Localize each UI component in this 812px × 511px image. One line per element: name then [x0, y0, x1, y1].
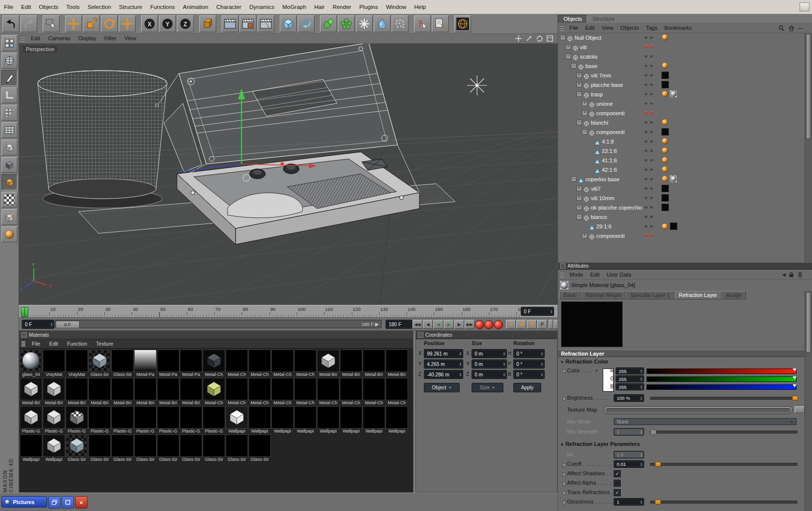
- menu-dynamics[interactable]: Dynamics: [245, 0, 278, 14]
- material-tag-icon[interactable]: [661, 90, 668, 97]
- current-frame-field[interactable]: 0 F▲▼: [521, 307, 554, 316]
- context-help-button[interactable]: ?: [414, 15, 431, 32]
- add-deformer-button[interactable]: [356, 15, 373, 32]
- scale-tool-button[interactable]: [83, 15, 100, 32]
- tree-item-componenti[interactable]: +componenti: [558, 231, 806, 240]
- tree-item-viti-7mm[interactable]: +viti 7mm: [558, 71, 806, 80]
- anim-dot[interactable]: [562, 491, 566, 495]
- transparency-tag-icon[interactable]: [670, 175, 677, 182]
- timeline-scrub-handle[interactable]: 0 F: [56, 321, 80, 328]
- object-name[interactable]: bianco: [591, 214, 607, 220]
- param-checkbox[interactable]: ✓: [614, 489, 621, 496]
- drag-grip[interactable]: [21, 36, 25, 42]
- coord-position-x-field[interactable]: 99.261 m▲▼: [424, 349, 463, 358]
- rotate-view-icon[interactable]: [536, 35, 543, 42]
- points-mode-button[interactable]: [1, 105, 17, 121]
- visibility-dots[interactable]: [645, 111, 653, 114]
- material-tile[interactable]: Glass-Sir: [180, 435, 202, 462]
- param-value-field[interactable]: 0.01▲▼: [614, 460, 644, 468]
- menu-file[interactable]: File: [0, 0, 17, 14]
- material-preview[interactable]: [561, 301, 623, 347]
- material-tile[interactable]: Plastic-G: [180, 406, 202, 434]
- viewport-canvas[interactable]: Y X Z: [19, 44, 558, 305]
- anim-dot[interactable]: [562, 472, 566, 476]
- visibility-dots[interactable]: [645, 149, 653, 152]
- menu-window[interactable]: Window: [382, 0, 410, 14]
- tree-item-placche-base[interactable]: +placche base: [558, 80, 806, 89]
- menu-help[interactable]: Help: [410, 0, 430, 14]
- maximize-window-button[interactable]: [62, 496, 74, 509]
- size-button[interactable]: Size▼: [472, 383, 503, 392]
- wire-basket-object[interactable]: [38, 71, 167, 208]
- anim-dot[interactable]: [562, 501, 566, 505]
- material-tile[interactable]: Plastic-G: [111, 406, 134, 434]
- record-active-objects-button[interactable]: ■: [516, 320, 526, 329]
- material-tile[interactable]: Metal-Ch: [248, 350, 271, 377]
- menu-mograph[interactable]: MoGraph: [278, 0, 310, 14]
- tree-item-41-1-6[interactable]: 41:1:6: [558, 155, 806, 165]
- material-tile[interactable]: Metal-Bri: [157, 378, 179, 406]
- material-tile[interactable]: Wallpapi: [363, 406, 385, 434]
- attr-tab-specular-layer-1[interactable]: Specular Layer 1: [626, 291, 674, 299]
- pan-view-icon[interactable]: [515, 35, 522, 42]
- brightness-slider[interactable]: [650, 397, 798, 400]
- coordinate-system-button[interactable]: [199, 15, 216, 32]
- add-particles-button[interactable]: [392, 15, 408, 32]
- object-manager-menu-bookmarks[interactable]: Bookmarks: [661, 25, 695, 31]
- visibility-dots[interactable]: [645, 177, 653, 180]
- tree-scrollbar-thumb[interactable]: [806, 34, 811, 139]
- add-primitive-button[interactable]: [280, 15, 297, 32]
- material-tile[interactable]: Metal-Pa: [134, 350, 157, 377]
- drag-grip[interactable]: [560, 272, 564, 278]
- render-view-button[interactable]: [222, 15, 239, 32]
- viewport-menu-filter[interactable]: Filter: [100, 34, 120, 43]
- visibility-dots[interactable]: [645, 83, 653, 86]
- mini-button-a[interactable]: [549, 320, 553, 329]
- visibility-dots[interactable]: [645, 140, 653, 143]
- collapse-toggle[interactable]: −: [566, 54, 571, 59]
- texture-tag-icon[interactable]: [661, 81, 669, 88]
- model-mode-button[interactable]: [1, 53, 17, 69]
- material-tile[interactable]: Metal-Ch: [294, 350, 317, 377]
- coord-rotation-h-field[interactable]: 0 °▲▼: [513, 349, 545, 358]
- texture-tag-icon[interactable]: [661, 185, 669, 192]
- material-tag-icon[interactable]: [661, 175, 668, 182]
- tree-item-componenti[interactable]: −componenti: [558, 127, 806, 137]
- object-name[interactable]: viti: [580, 44, 586, 50]
- material-tile[interactable]: Metal-Pa: [157, 350, 179, 377]
- record-position-button[interactable]: [475, 320, 484, 329]
- menu-objects[interactable]: Objects: [35, 0, 62, 14]
- material-tile[interactable]: Metal-Ch: [203, 378, 225, 406]
- material-tile[interactable]: Metal-Bri: [340, 350, 362, 377]
- keyframe-selection-button[interactable]: ✳: [527, 320, 537, 329]
- material-tile[interactable]: Glass-Sir: [203, 435, 225, 462]
- texture-map-button[interactable]: [604, 406, 793, 414]
- drag-grip[interactable]: [21, 341, 25, 347]
- material-tile[interactable]: Metal-Ch: [226, 378, 248, 406]
- next-frame-button[interactable]: ▶: [454, 320, 464, 329]
- material-tile[interactable]: Plastic-G: [157, 406, 179, 434]
- menu-plugins[interactable]: Plugins: [355, 0, 382, 14]
- tree-item-bianco[interactable]: −bianco: [558, 212, 806, 221]
- tree-item-unione[interactable]: +unione: [558, 99, 806, 108]
- object-name[interactable]: coperkio base: [585, 176, 620, 182]
- object-name[interactable]: bianchi: [591, 120, 608, 126]
- expand-toggle[interactable]: +: [582, 101, 587, 106]
- visibility-dots[interactable]: [645, 55, 653, 58]
- object-name[interactable]: trasp: [591, 91, 603, 97]
- material-tile[interactable]: Metal-Bri: [134, 378, 157, 406]
- history-back-icon[interactable]: ◀: [782, 272, 786, 277]
- command-manager-button[interactable]: [432, 15, 449, 32]
- materials-titlebar[interactable]: Materials: [19, 331, 413, 339]
- light-object-icon[interactable]: [467, 75, 487, 95]
- object-name[interactable]: viti7: [591, 186, 601, 192]
- parameters-header[interactable]: ▼Refraction Layer Parameters: [560, 441, 640, 447]
- object-name[interactable]: 42:1:6: [602, 167, 617, 173]
- pictures-taskbar-button[interactable]: Pictures: [1, 496, 47, 508]
- viewport-menu-cameras[interactable]: Cameras: [44, 34, 75, 43]
- channel-value-field[interactable]: 255▲▼: [616, 383, 644, 390]
- attributes-scrollbar-thumb[interactable]: [806, 292, 811, 353]
- coord-size-y-field[interactable]: 0 m▲▼: [472, 360, 507, 368]
- menu-tools[interactable]: Tools: [62, 0, 83, 14]
- tree-item-23-1-6[interactable]: 23:1:6: [558, 146, 806, 155]
